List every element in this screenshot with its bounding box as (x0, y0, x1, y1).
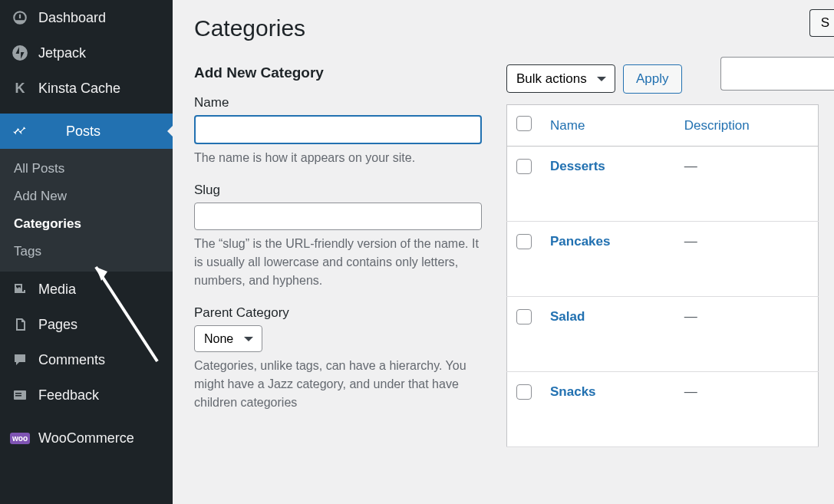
table-row: Desserts — (507, 147, 819, 222)
parent-label: Parent Category (194, 305, 482, 321)
sidebar-item-jetpack[interactable]: Jetpack (0, 35, 173, 71)
submenu-item-tags[interactable]: Tags (0, 238, 173, 265)
submenu-item-categories[interactable]: Categories (0, 210, 173, 238)
screen-options-button[interactable]: S (809, 9, 834, 37)
sidebar-item-label: Kinsta Cache (38, 81, 120, 97)
pages-icon (11, 315, 29, 334)
column-header-description[interactable]: Description (675, 105, 819, 147)
search-input[interactable] (720, 57, 834, 91)
feedback-icon (11, 386, 29, 404)
sidebar-item-posts[interactable]: Posts (0, 114, 173, 149)
row-checkbox[interactable] (516, 309, 532, 324)
sidebar-item-kinsta[interactable]: K Kinsta Cache (0, 71, 173, 106)
name-label: Name (194, 95, 482, 110)
category-description: — (675, 372, 819, 447)
jetpack-icon (11, 44, 29, 62)
select-all-checkbox[interactable] (516, 116, 532, 131)
sidebar-item-media[interactable]: Media (0, 272, 173, 307)
slug-label: Slug (194, 183, 482, 198)
sidebar-item-label: Dashboard (38, 10, 106, 26)
svg-point-0 (12, 45, 28, 61)
kinsta-icon: K (11, 79, 29, 97)
name-input[interactable] (194, 115, 482, 144)
submenu-item-add-new[interactable]: Add New (0, 183, 173, 210)
sidebar-item-label: Jetpack (38, 45, 86, 61)
row-checkbox[interactable] (516, 234, 532, 249)
slug-input[interactable] (194, 203, 482, 230)
sidebar-item-woocommerce[interactable]: woo WooCommerce (0, 420, 173, 456)
main-content: S Categories Add New Category Name The n… (173, 0, 834, 504)
sidebar-item-label: WooCommerce (38, 430, 134, 446)
row-checkbox[interactable] (516, 159, 532, 174)
pin-icon (11, 122, 29, 140)
sidebar-item-dashboard[interactable]: Dashboard (0, 0, 173, 35)
name-help: The name is how it appears on your site. (194, 149, 482, 167)
svg-rect-3 (15, 395, 21, 397)
apply-button[interactable]: Apply (623, 64, 682, 94)
sidebar-item-label: Pages (38, 317, 77, 333)
category-link[interactable]: Salad (550, 309, 585, 324)
category-description: — (675, 147, 819, 222)
parent-select[interactable]: None (194, 325, 262, 352)
media-icon (11, 280, 29, 298)
sidebar-item-label: Posts (66, 124, 101, 140)
category-link[interactable]: Snacks (550, 384, 596, 399)
categories-table: Name Description Desserts — Pancakes (506, 104, 819, 447)
category-link[interactable]: Desserts (550, 159, 605, 173)
admin-sidebar: Dashboard Jetpack K Kinsta Cache P (0, 0, 173, 504)
submenu-item-all-posts[interactable]: All Posts (0, 155, 173, 183)
table-row: Pancakes — (507, 222, 819, 297)
sidebar-item-label: Comments (38, 352, 105, 368)
add-category-form: Add New Category Name The name is how it… (194, 64, 482, 504)
sidebar-item-label: Feedback (38, 387, 99, 404)
slug-help: The “slug” is the URL-friendly version o… (194, 235, 482, 290)
woo-icon: woo (11, 429, 29, 447)
category-description: — (675, 222, 819, 297)
category-description: — (675, 297, 819, 372)
categories-list: Bulk actions Apply Name Description (506, 64, 819, 504)
sidebar-item-label: Media (38, 282, 76, 298)
sidebar-item-feedback[interactable]: Feedback (0, 377, 173, 413)
table-row: Snacks — (507, 372, 819, 447)
svg-rect-2 (15, 393, 21, 394)
page-title: Categories (194, 15, 819, 41)
table-row: Salad — (507, 297, 819, 372)
posts-submenu: All Posts Add New Categories Tags (0, 149, 173, 272)
parent-help: Categories, unlike tags, can have a hier… (194, 357, 482, 412)
column-header-name[interactable]: Name (541, 105, 675, 147)
sidebar-item-comments[interactable]: Comments (0, 342, 173, 377)
row-checkbox[interactable] (516, 384, 532, 400)
sidebar-item-pages[interactable]: Pages (0, 307, 173, 342)
dashboard-icon (11, 8, 29, 27)
category-link[interactable]: Pancakes (550, 234, 610, 249)
form-heading: Add New Category (194, 64, 482, 81)
comments-icon (11, 351, 29, 369)
bulk-actions-select[interactable]: Bulk actions (506, 64, 615, 93)
